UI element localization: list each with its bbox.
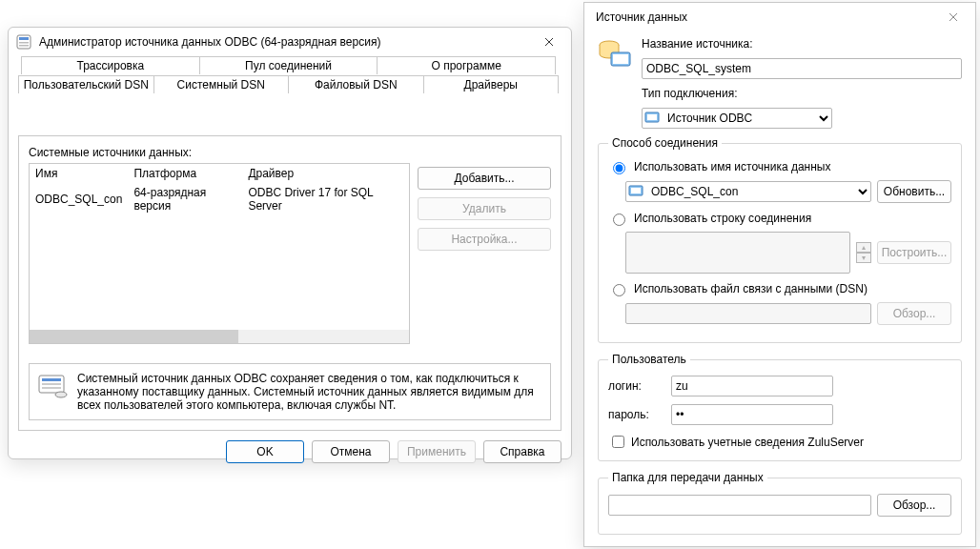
col-name[interactable]: Имя bbox=[30, 164, 128, 183]
password-input[interactable] bbox=[671, 404, 833, 425]
radio-use-dsn[interactable] bbox=[613, 162, 625, 174]
folder-group: Папка для передачи данных Обзор... bbox=[598, 471, 962, 535]
cancel-button[interactable]: Отмена bbox=[312, 440, 390, 463]
apply-button: Применить bbox=[398, 440, 476, 463]
remove-button: Удалить bbox=[418, 197, 551, 220]
name-input[interactable] bbox=[642, 58, 962, 79]
configure-button: Настройка... bbox=[418, 228, 551, 251]
name-label: Название источника: bbox=[642, 37, 753, 51]
titlebar[interactable]: Администратор источника данных ODBC (64-… bbox=[9, 28, 571, 56]
folder-input[interactable] bbox=[608, 495, 871, 516]
connection-group: Способ соединения Использовать имя источ… bbox=[598, 136, 962, 343]
svg-rect-11 bbox=[613, 54, 628, 64]
radio-use-dsn-label[interactable]: Использовать имя источника данных bbox=[634, 160, 830, 173]
login-label: логин: bbox=[608, 379, 665, 393]
svg-rect-6 bbox=[42, 383, 61, 385]
user-group: Пользователь логин: пароль: Использовать… bbox=[598, 353, 962, 461]
file-input bbox=[625, 303, 871, 324]
svg-rect-2 bbox=[19, 42, 29, 44]
svg-rect-3 bbox=[19, 45, 29, 47]
svg-rect-1 bbox=[19, 37, 29, 40]
table-row[interactable]: ODBC_SQL_con 64-разрядная версия ODBC Dr… bbox=[30, 183, 409, 215]
window-title: Администратор источника данных ODBC (64-… bbox=[35, 35, 535, 49]
radio-use-file[interactable] bbox=[613, 284, 625, 296]
radio-use-connstr[interactable] bbox=[613, 214, 625, 226]
tab-about[interactable]: О программе bbox=[377, 56, 556, 74]
help-button[interactable]: Справка bbox=[483, 440, 561, 463]
svg-rect-7 bbox=[42, 387, 61, 389]
login-input[interactable] bbox=[671, 376, 833, 396]
browse-file-button: Обзор... bbox=[877, 302, 951, 325]
tab-pool[interactable]: Пул соединений bbox=[199, 56, 378, 74]
browse-folder-button[interactable]: Обзор... bbox=[877, 494, 951, 517]
add-button[interactable]: Добавить... bbox=[418, 167, 551, 190]
tab-trace[interactable]: Трассировка bbox=[21, 56, 200, 74]
svg-rect-5 bbox=[42, 378, 61, 381]
build-button: Построить... bbox=[877, 241, 951, 264]
ok-button[interactable]: OK bbox=[226, 440, 304, 463]
connection-legend: Способ соединения bbox=[608, 136, 722, 150]
datasource-big-icon bbox=[598, 37, 632, 71]
horizontal-scrollbar[interactable] bbox=[30, 330, 409, 343]
dsn-list[interactable]: Имя Платформа Драйвер ODBC_SQL_con 64-ра… bbox=[29, 163, 410, 344]
odbc-admin-window: Администратор источника данных ODBC (64-… bbox=[8, 27, 572, 459]
password-label: пароль: bbox=[608, 408, 665, 421]
info-panel: Системный источник данных ODBC сохраняет… bbox=[29, 363, 551, 420]
radio-use-connstr-label[interactable]: Использовать строку соединения bbox=[634, 212, 811, 225]
spin-down-icon: ▾ bbox=[856, 253, 871, 263]
user-legend: Пользователь bbox=[608, 353, 690, 366]
tab-system-dsn[interactable]: Системный DSN bbox=[153, 75, 290, 93]
radio-use-file-label[interactable]: Использовать файл связи с данными (DSN) bbox=[634, 282, 868, 295]
tab-drivers[interactable]: Драйверы bbox=[423, 75, 560, 93]
type-select[interactable]: Источник ODBC bbox=[642, 108, 832, 129]
tab-strip: Трассировка Пул соединений О программе П… bbox=[18, 56, 561, 96]
odbc-app-icon bbox=[16, 34, 31, 50]
col-platform[interactable]: Платформа bbox=[128, 164, 242, 183]
zulu-checkbox[interactable] bbox=[612, 436, 624, 448]
titlebar[interactable]: Источник данных bbox=[584, 3, 975, 31]
info-text: Системный источник данных ODBC сохраняет… bbox=[77, 372, 534, 412]
folder-legend: Папка для передачи данных bbox=[608, 471, 767, 484]
type-label: Тип подключения: bbox=[642, 87, 737, 100]
window-title: Источник данных bbox=[592, 10, 939, 24]
refresh-button[interactable]: Обновить... bbox=[877, 180, 951, 203]
dsn-select[interactable]: ODBC_SQL_con bbox=[625, 181, 871, 202]
spin-up-icon: ▴ bbox=[856, 242, 871, 253]
zulu-checkbox-label[interactable]: Использовать учетные сведения ZuluServer bbox=[631, 436, 864, 449]
connstr-spinner: ▴ ▾ bbox=[856, 242, 871, 263]
svg-point-8 bbox=[55, 392, 67, 397]
tab-file-dsn[interactable]: Файловый DSN bbox=[288, 75, 424, 93]
col-driver[interactable]: Драйвер bbox=[242, 164, 409, 183]
tab-pane: Системные источники данных: Имя Платформ… bbox=[18, 135, 561, 431]
connstr-input bbox=[625, 232, 850, 274]
datasource-window: Источник данных Название источника: Тип … bbox=[583, 2, 976, 547]
close-icon[interactable] bbox=[535, 34, 563, 50]
close-icon[interactable] bbox=[939, 10, 968, 25]
list-label: Системные источники данных: bbox=[29, 146, 551, 159]
tab-user-dsn[interactable]: Пользовательский DSN bbox=[18, 75, 154, 93]
datasource-icon bbox=[37, 372, 68, 402]
